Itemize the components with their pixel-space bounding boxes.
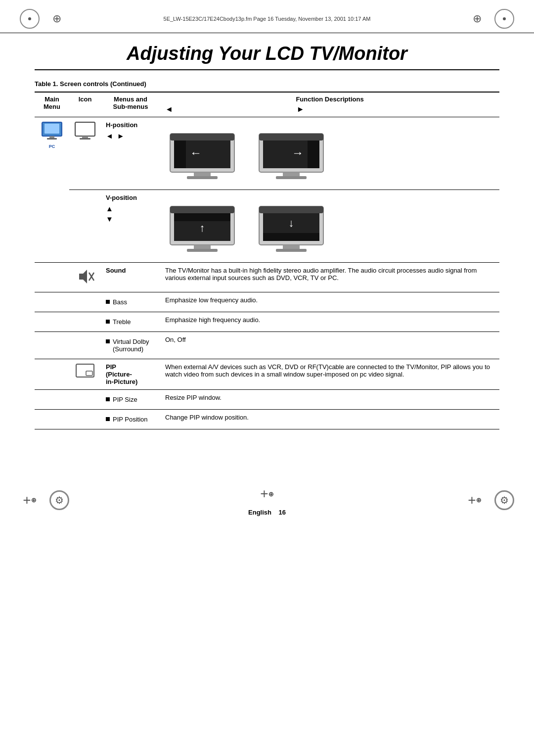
- sound-desc: The TV/Monitor has a built-in high fidel…: [165, 267, 477, 282]
- gear-bottom-left: ⚙: [49, 490, 69, 510]
- sound-label: Sound: [106, 267, 126, 274]
- pip-icon-cell: [69, 359, 101, 390]
- crosshair-bottom-right: ⊕: [465, 490, 485, 510]
- svg-rect-12: [194, 172, 211, 176]
- table-header-row: Main Menu Icon Menus and Sub-menus Funct…: [35, 92, 499, 117]
- virtual-dolby-row: Virtual Dolby (Surround) On, Off: [35, 332, 499, 359]
- bass-bullet: Bass: [106, 296, 155, 308]
- vposition-up-tv: ↑: [165, 199, 239, 253]
- main-table: Main Menu Icon Menus and Sub-menus Funct…: [35, 92, 499, 429]
- bottom-area: ⊕ ⚙ ⊕ English 16 ⊕ ⚙: [0, 469, 534, 526]
- hposition-func: ←: [160, 117, 499, 190]
- pip-position-row: PIP Position Change PIP window position.: [35, 410, 499, 429]
- treble-row: Treble Emphasize high frequency audio.: [35, 312, 499, 332]
- pip-size-main-menu: [35, 390, 69, 410]
- crosshair-bottom-center: ⊕: [257, 484, 277, 504]
- content-area: Adjusting Your LCD TV/Monitor Table 1. S…: [0, 33, 534, 449]
- pip-menus: PIP(Picture-in-Picture): [101, 359, 160, 390]
- header-main-menu: Main Menu: [35, 92, 69, 117]
- page-title: Adjusting Your LCD TV/Monitor: [35, 43, 499, 70]
- svg-rect-13: [187, 176, 218, 179]
- bass-icon-cell: [69, 292, 101, 312]
- vposition-label: V-position: [106, 194, 155, 201]
- pip-size-func: Resize PIP window.: [160, 390, 499, 410]
- pip-pos-main-menu: [35, 410, 69, 429]
- pip-pos-bullet-sq: [106, 417, 110, 421]
- pip-main-menu-cell: [35, 359, 69, 390]
- svg-text:→: →: [292, 146, 304, 159]
- svg-rect-8: [170, 134, 234, 141]
- treble-bullet: Treble: [106, 316, 155, 328]
- treble-func: Emphasize high frequency audio.: [160, 312, 499, 332]
- svg-rect-26: [194, 245, 211, 249]
- svg-marker-35: [79, 270, 87, 284]
- pip-pos-bullet: PIP Position: [106, 414, 155, 425]
- pc-monitor-svg: [41, 121, 63, 143]
- svg-rect-15: [259, 134, 323, 141]
- hposition-row: PC H-position ◄: [35, 117, 499, 190]
- svg-rect-10: [174, 141, 186, 168]
- treble-icon-cell: [69, 312, 101, 332]
- sound-icon-cell: [69, 263, 101, 292]
- svg-rect-22: [170, 206, 234, 213]
- footer-language: English: [248, 509, 271, 516]
- pip-icon-svg: [75, 363, 95, 380]
- dolby-main-menu: [35, 332, 69, 359]
- pip-size-label: PIP Size: [113, 396, 137, 403]
- bass-label: Bass: [113, 298, 127, 306]
- header-arrows: ◄ ►: [165, 105, 494, 114]
- pip-desc: When external A/V devices such as VCR, D…: [165, 363, 490, 378]
- dolby-bullet: Virtual Dolby (Surround): [106, 336, 155, 355]
- svg-rect-38: [76, 364, 94, 377]
- svg-rect-6: [80, 138, 90, 140]
- pip-pos-label: PIP Position: [113, 416, 148, 423]
- pip-size-bullet: PIP Size: [106, 394, 155, 405]
- reg-mark-top-left: [20, 9, 40, 29]
- pip-pos-desc: Change PIP window position.: [165, 414, 249, 421]
- svg-rect-3: [47, 138, 57, 140]
- sound-func: The TV/Monitor has a built-in high fidel…: [160, 263, 499, 292]
- bass-row: Bass Emphasize low frequency audio.: [35, 292, 499, 312]
- dolby-icon-cell: [69, 332, 101, 359]
- vposition-icon-cell: [69, 190, 101, 263]
- svg-rect-1: [44, 124, 59, 134]
- vposition-menus: V-position ▲ ▼: [101, 190, 160, 263]
- bass-func: Emphasize low frequency audio.: [160, 292, 499, 312]
- header-menus-sub: Menus and Sub-menus: [101, 92, 160, 117]
- hposition-right-tv: →: [254, 126, 328, 181]
- hposition-label: H-position: [106, 121, 155, 129]
- reg-mark-top-right: [494, 9, 514, 29]
- svg-rect-5: [82, 136, 88, 138]
- down-arrow: ▼: [106, 215, 155, 223]
- gear-bottom-right: ⚙: [494, 490, 514, 510]
- svg-rect-19: [283, 172, 300, 176]
- crosshair-bottom-left: ⊕: [20, 490, 40, 510]
- hposition-menus: H-position ◄ ►: [101, 117, 160, 190]
- pip-size-bullet-sq: [106, 397, 110, 401]
- vposition-down-tv: ↓: [254, 199, 328, 253]
- vposition-row: V-position ▲ ▼: [35, 190, 499, 263]
- dolby-bullet-sq: [106, 339, 110, 343]
- bass-bullet-sq: [106, 300, 110, 304]
- bass-menus: Bass: [101, 292, 160, 312]
- up-arrow: ▲: [106, 204, 155, 213]
- svg-rect-17: [308, 141, 319, 168]
- treble-label: Treble: [113, 318, 131, 326]
- pip-size-desc: Resize PIP window.: [165, 394, 222, 401]
- pip-size-icon-cell: [69, 390, 101, 410]
- pc-label: PC: [49, 144, 55, 149]
- header-func-desc: Function Descriptions ◄ ►: [160, 92, 499, 117]
- dolby-label: Virtual Dolby (Surround): [113, 338, 155, 353]
- sound-icon-svg: [75, 267, 95, 286]
- footer-text: English 16: [248, 509, 286, 516]
- pip-pos-menus: PIP Position: [101, 410, 160, 429]
- pip-main-row: PIP(Picture-in-Picture) When external A/…: [35, 359, 499, 390]
- dolby-func: On, Off: [160, 332, 499, 359]
- svg-rect-29: [259, 206, 323, 213]
- header-icon: Icon: [69, 92, 101, 117]
- pip-size-menus: PIP Size: [101, 390, 160, 410]
- svg-rect-39: [86, 371, 92, 376]
- sound-main-row: Sound The TV/Monitor has a built-in high…: [35, 263, 499, 292]
- svg-text:↑: ↑: [200, 222, 205, 234]
- treble-bullet-sq: [106, 320, 110, 324]
